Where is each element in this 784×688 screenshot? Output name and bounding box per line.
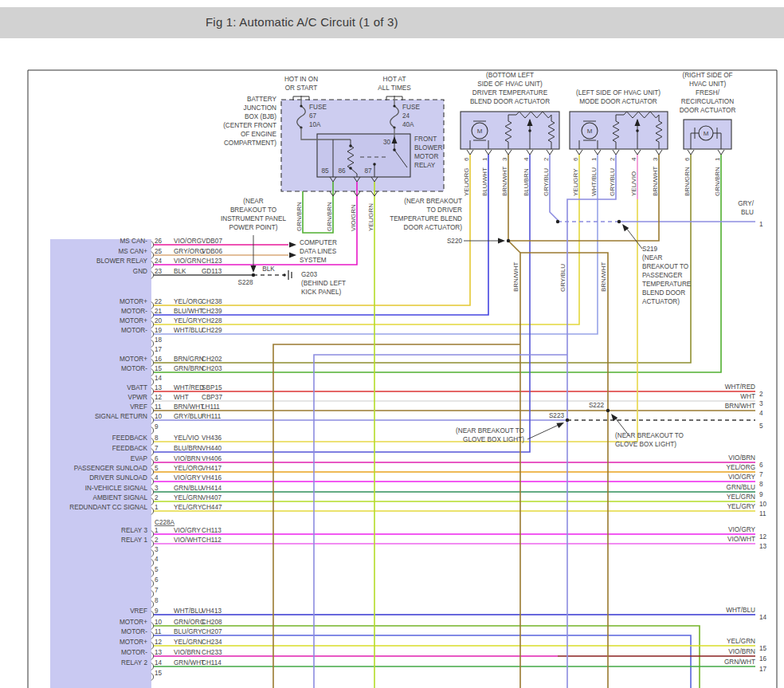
wire: [508, 155, 659, 241]
wire-color-label: BRN/WHT: [652, 167, 659, 196]
pin-bracket-icon: [151, 632, 154, 639]
pin-bracket-icon: [151, 449, 154, 456]
actuator-label: DOOR ACTUATOR: [680, 107, 736, 114]
right-pin-number: 7: [759, 471, 763, 478]
wire: [273, 344, 520, 688]
right-pin-number: 5: [759, 423, 763, 430]
pin-bracket-icon: [151, 459, 154, 466]
right-pin-number: 14: [759, 614, 767, 621]
right-wire-label: VIO/GRY: [728, 526, 756, 533]
right-pin-number: 3: [759, 400, 763, 407]
splice-id: S220: [447, 238, 463, 245]
splice-dot: [606, 409, 610, 412]
splice-dot: [566, 419, 569, 422]
pin-bracket-icon: [151, 407, 154, 415]
actuator-pin-number: 4: [630, 157, 637, 161]
pin-arrow-icon: [613, 150, 619, 155]
splice-dot: [283, 273, 286, 277]
row-color: BLU/BRN: [174, 445, 202, 452]
row-label: PASSENGER SUNLOAD: [74, 465, 147, 472]
actuator-pin-number: 1: [481, 157, 488, 161]
right-pin-number: 16: [759, 655, 767, 662]
splice-dot: [556, 220, 559, 223]
row-code: CH114: [202, 659, 221, 666]
wire-color-label: YEL/GRN: [367, 203, 374, 231]
actuator-pin-number: 2: [609, 157, 616, 161]
wire-color-label: BRN/GRN: [684, 167, 691, 196]
row-color: YEL/GRY: [174, 317, 202, 324]
fuse-label: FUSE: [402, 104, 420, 111]
splice-id: S228: [237, 279, 253, 286]
right-pin-number: 9: [759, 491, 763, 498]
pin-bracket-icon: [151, 489, 154, 496]
row-code: CH229: [202, 327, 222, 334]
row-code: CH239: [202, 308, 222, 315]
row-pin: 12: [155, 639, 163, 646]
row-label: MOTOR+: [120, 619, 147, 626]
pin-bracket-icon: [151, 261, 154, 269]
computer-data-lines-label: DATA LINES: [300, 248, 337, 255]
relay-pin-label: 87: [364, 167, 372, 175]
row-pin: 10: [155, 413, 163, 420]
row-pin: 6: [155, 576, 159, 584]
fuse-label: FUSE: [309, 104, 327, 111]
wire-color-label: GRY/BLU: [543, 168, 550, 196]
row-pin: 9: [155, 607, 159, 615]
row-color: BLK: [174, 268, 186, 275]
relay-label: RELAY: [414, 162, 436, 169]
row-pin: 1: [155, 527, 159, 534]
row-color: VIO/ORG: [174, 238, 202, 245]
row-pin: 2: [155, 537, 159, 544]
actuator-label: DRIVER TEMPERATURE: [472, 89, 548, 96]
wire-color-label: YEL/VIO: [630, 171, 637, 196]
relay-pin-label: 86: [338, 167, 346, 175]
wire: [550, 155, 558, 222]
pin-bracket-icon: [151, 252, 154, 259]
row-code: VH436: [202, 434, 221, 442]
bjb-label: (CENTER FRONT: [223, 122, 276, 129]
row-pin: 11: [155, 628, 162, 635]
row-code: CH112: [202, 537, 221, 544]
row-label: MS CAN-: [120, 238, 147, 245]
row-pin: 26: [155, 238, 163, 245]
bjb-label: BOX (BJB): [245, 113, 276, 120]
wire-color-label: YEL/ORG: [463, 167, 470, 196]
splice-note: DOOR ACTUATOR): [404, 224, 463, 231]
row-color: GRN/BLU: [174, 485, 202, 492]
row-pin: 13: [155, 384, 163, 391]
ground-note: KICK PANEL): [301, 289, 342, 296]
row-code: SBP15: [202, 384, 222, 391]
actuator-label: RECIRCULATION: [681, 98, 734, 105]
pin-bracket-icon: [151, 398, 154, 405]
row-pin: 8: [155, 597, 159, 604]
pin-arrow-icon: [688, 150, 694, 155]
relay-pin-label: 30: [383, 139, 391, 146]
row-label: REDUNDANT CC SIGNAL: [69, 504, 147, 511]
pin-arrow-icon: [485, 150, 492, 155]
right-pin-number: 10: [759, 501, 767, 508]
wire-color-label: BRN/WHT: [600, 262, 607, 292]
actuator-label: (RIGHT SIDE OF: [682, 72, 732, 79]
fuse-label: 24: [402, 112, 410, 120]
row-code: CH233: [202, 649, 222, 656]
pin-arrow-icon: [718, 150, 724, 155]
ground-note: G203: [301, 271, 317, 278]
row-label: GND: [133, 268, 147, 275]
actuator-label: BLEND DOOR ACTUATOR: [470, 98, 550, 105]
pin-bracket-icon: [151, 508, 154, 515]
row-label: MS CAN+: [118, 248, 147, 255]
row-color: YEL/GRY: [174, 504, 202, 511]
row-code: VH413: [202, 607, 221, 615]
right-wire-label: WHT: [740, 393, 755, 400]
actuator-pin-number: 1: [590, 157, 598, 161]
wire: [153, 635, 691, 688]
row-pin: 1: [155, 504, 159, 511]
wire-color-label: GRN/BRN: [326, 202, 333, 231]
row-code: CH123: [202, 258, 222, 265]
row-pin: 14: [155, 659, 163, 666]
row-code: VH417: [202, 465, 221, 472]
wire-color-label: BLK: [262, 265, 275, 273]
row-code: VH416: [202, 474, 221, 482]
wire: [508, 241, 520, 688]
actuator-pin-number: 6: [684, 157, 691, 161]
